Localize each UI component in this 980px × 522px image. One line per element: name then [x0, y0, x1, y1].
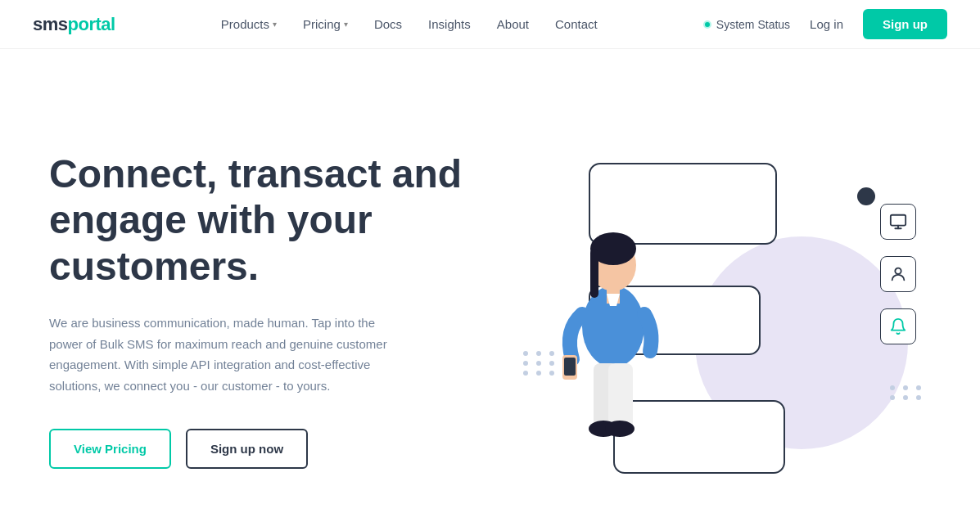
float-icon-notification: [880, 308, 916, 344]
logo-portal: portal: [68, 14, 115, 34]
nav-item-docs[interactable]: Docs: [374, 17, 402, 31]
svg-rect-11: [564, 358, 576, 376]
system-status-label: System Status: [716, 18, 790, 31]
svg-rect-0: [890, 215, 905, 226]
main-nav: Products ▾ Pricing ▾ Docs Insights About…: [221, 17, 598, 31]
svg-rect-7: [590, 249, 598, 298]
svg-point-15: [605, 421, 635, 437]
hero-buttons: View Pricing Sign up now: [49, 429, 475, 469]
log-in-link[interactable]: Log in: [810, 17, 843, 31]
svg-rect-13: [608, 363, 633, 429]
status-dot-icon: [703, 20, 711, 29]
hero-section: Connect, transact and engage with your c…: [0, 49, 980, 522]
header-right: System Status Log in Sign up: [703, 9, 947, 39]
sign-up-button[interactable]: Sign up: [863, 9, 947, 39]
chevron-down-icon: ▾: [273, 20, 277, 29]
float-icon-support: [880, 256, 916, 292]
nav-item-pricing[interactable]: Pricing ▾: [303, 17, 348, 31]
nav-item-products[interactable]: Products ▾: [221, 17, 277, 31]
svg-point-3: [895, 268, 901, 274]
hero-illustration: [482, 138, 924, 482]
logo-sms: sms: [33, 14, 68, 34]
nav-item-insights[interactable]: Insights: [428, 17, 471, 31]
black-dot-accent: [857, 187, 875, 205]
sign-up-now-button[interactable]: Sign up now: [186, 429, 308, 469]
dot-grid-right: [890, 385, 924, 400]
nav-item-about[interactable]: About: [497, 17, 529, 31]
header: smsportal Products ▾ Pricing ▾ Docs Insi…: [0, 0, 980, 49]
nav-item-contact[interactable]: Contact: [555, 17, 598, 31]
hero-right: [475, 98, 931, 522]
float-icons: [880, 204, 916, 344]
view-pricing-button[interactable]: View Pricing: [49, 429, 171, 469]
chevron-down-icon: ▾: [344, 20, 348, 29]
hero-body: We are business communication, made huma…: [49, 313, 393, 396]
logo: smsportal: [33, 14, 115, 35]
float-icon-monitor: [880, 204, 916, 240]
hero-heading: Connect, transact and engage with your c…: [49, 151, 475, 290]
hero-left: Connect, transact and engage with your c…: [49, 151, 475, 470]
system-status[interactable]: System Status: [703, 18, 790, 31]
person-illustration: [548, 187, 679, 449]
